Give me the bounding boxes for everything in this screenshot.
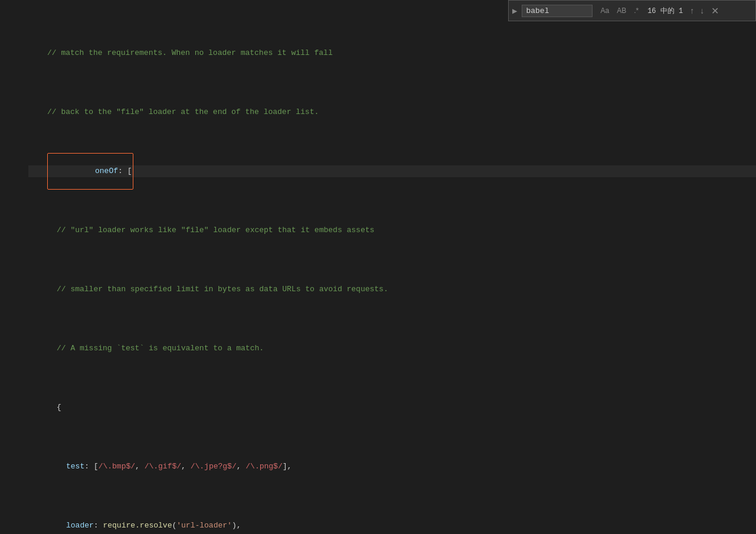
editor: ▶ Aa AB .* 16 中的 1 ↑ ↓ ✕ // match the re… [0, 0, 756, 534]
code-line: // match the requirements. When no loade… [28, 47, 756, 59]
search-options: Aa AB .* [597, 5, 642, 16]
code-line-oneof: oneOf: [ [28, 165, 756, 177]
search-input[interactable] [522, 5, 593, 17]
code-line: // A missing `test` is equivalent to a m… [28, 343, 756, 354]
search-prev-btn[interactable]: ↑ [688, 5, 696, 17]
code-line: // smaller than specified limit in bytes… [28, 284, 756, 295]
search-close-btn[interactable]: ✕ [711, 5, 719, 17]
regex-btn[interactable]: .* [631, 5, 642, 16]
whole-word-btn[interactable]: AB [614, 5, 629, 16]
search-nav: ↑ ↓ [688, 5, 706, 17]
search-bar[interactable]: ▶ Aa AB .* 16 中的 1 ↑ ↓ ✕ [508, 0, 756, 21]
case-sensitive-btn[interactable]: Aa [597, 5, 612, 16]
code-line: test: [/\.bmp$/, /\.gif$/, /\.jpe?g$/, /… [28, 461, 756, 473]
code-line: loader: require.resolve('url-loader'), [28, 520, 756, 532]
code-editor: // match the requirements. When no loade… [0, 0, 756, 534]
search-count: 16 中的 1 [647, 6, 683, 16]
line-numbers [0, 0, 24, 534]
search-next-btn[interactable]: ↓ [698, 5, 706, 17]
code-line: // back to the "file" loader at the end … [28, 106, 756, 118]
code-line: // "url" loader works like "file" loader… [28, 224, 756, 236]
oneof-highlight-box: oneOf: [ [47, 153, 133, 190]
search-expand-icon: ▶ [512, 6, 517, 16]
code-line: { [28, 402, 756, 413]
code-content: // match the requirements. When no loade… [24, 0, 756, 534]
